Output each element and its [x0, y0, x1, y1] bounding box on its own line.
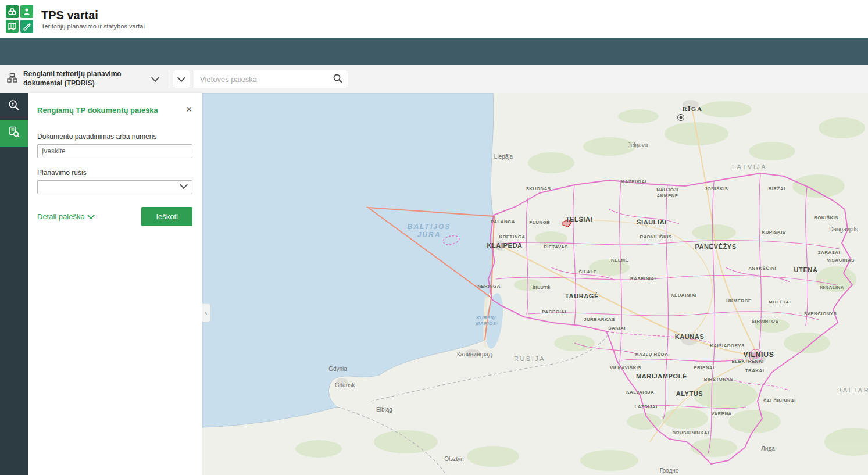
doc-name-label: Dokumento pavadinimas arba numeris	[37, 133, 192, 141]
top-nav-bar	[0, 38, 868, 65]
sidebar	[0, 93, 28, 475]
search-icon	[333, 73, 343, 85]
search-button[interactable]	[328, 70, 348, 88]
app-logo	[6, 5, 33, 33]
location-search-input[interactable]	[194, 71, 328, 87]
map-viewport[interactable]: ‹	[202, 93, 868, 475]
page-title: TPS vartai	[41, 9, 145, 22]
map-search-icon	[8, 99, 20, 114]
detail-search-link[interactable]: Detali paieška	[37, 212, 94, 221]
planning-type-select[interactable]	[37, 180, 192, 194]
sitemap-icon	[7, 73, 17, 85]
search-category-select[interactable]	[173, 70, 190, 88]
sidebar-item-document-search[interactable]	[0, 120, 28, 147]
layer-selector-label: Rengiami teritorijų planavimo dokumentai…	[23, 70, 147, 88]
map-toolbar: Rengiami teritorijų planavimo dokumentai…	[0, 65, 868, 93]
app-header: TPS vartai Teritorijų planavimo ir staty…	[0, 0, 868, 38]
page-subtitle: Teritorijų planavimo ir statybos vartai	[41, 23, 145, 30]
chevron-left-icon: ‹	[205, 309, 208, 317]
ruler-pen-icon	[20, 20, 33, 33]
binoculars-icon	[6, 5, 19, 18]
document-search-icon	[8, 126, 20, 141]
location-search	[194, 70, 348, 88]
close-button[interactable]: ✕	[182, 103, 196, 115]
panel-collapse-handle[interactable]: ‹	[202, 303, 210, 322]
map-canvas[interactable]	[202, 93, 868, 475]
close-icon: ✕	[185, 105, 192, 114]
map-icon	[6, 20, 19, 33]
planning-type-label: Planavimo rūšis	[37, 169, 192, 177]
main-area: Rengiamų TP dokumentų paieška ✕ Dokument…	[0, 93, 868, 475]
search-submit-button[interactable]: Ieškoti	[141, 207, 192, 226]
chevron-down-icon	[151, 74, 159, 82]
chevron-down-icon	[177, 74, 185, 82]
layer-selector[interactable]: Rengiami teritorijų planavimo dokumentai…	[0, 65, 165, 93]
doc-name-input[interactable]	[37, 144, 192, 158]
toolbar-divider	[169, 70, 169, 88]
chevron-down-icon	[87, 212, 95, 219]
document-search-panel: Rengiamų TP dokumentų paieška ✕ Dokument…	[28, 93, 202, 475]
person-icon	[20, 5, 33, 18]
panel-title: Rengiamų TP dokumentų paieška	[37, 106, 158, 115]
sidebar-item-map-search[interactable]	[0, 93, 28, 120]
